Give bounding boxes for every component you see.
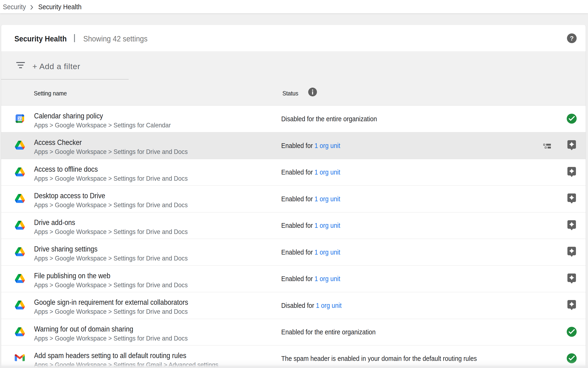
recommendation-icon [567, 220, 576, 230]
breadcrumb-parent[interactable]: Security [3, 3, 26, 11]
setting-app-icon-box [14, 266, 25, 292]
setting-row[interactable]: Desktop access to Drive Apps > Google Wo… [1, 186, 586, 212]
settings-list: 31 Calendar sharing policy Apps > Google… [1, 106, 586, 368]
setting-status: Enabled for the entire organization [281, 319, 386, 345]
org-unit-link[interactable]: 1 org unit [315, 222, 340, 229]
status-info-button[interactable] [308, 88, 317, 97]
filter-bar: + Add a filter [1, 52, 586, 80]
setting-row[interactable]: Google sign-in requirement for external … [1, 292, 586, 319]
setting-row[interactable]: File publishing on the web Apps > Google… [1, 266, 586, 292]
setting-text: Access Checker Apps > Google Workspace >… [34, 138, 201, 156]
info-icon [308, 88, 317, 96]
help-button[interactable]: ? [567, 33, 577, 43]
org-unit-link[interactable]: 1 org unit [315, 248, 340, 256]
status-text: The spam header is enabled in your domai… [281, 355, 477, 362]
title-separator [74, 34, 75, 42]
status-text: Disabled for [281, 302, 316, 309]
drive-icon [15, 274, 25, 283]
status-text: Enabled for [281, 195, 315, 203]
drive-icon [15, 141, 25, 150]
org-unit-link[interactable]: 1 org unit [315, 275, 340, 283]
page-title: Security Health [14, 34, 67, 43]
status-badge[interactable] [567, 140, 577, 150]
status-badge[interactable] [567, 327, 577, 337]
drive-icon [15, 167, 25, 176]
view-details-icon [543, 144, 551, 148]
security-health-card: Security Health Showing 42 settings ? + … [1, 25, 586, 368]
setting-path: Apps > Google Workspace > Settings for D… [34, 334, 188, 343]
setting-status: Enabled for 1 org unit [281, 239, 347, 266]
setting-status: Disabled for the entire organization [281, 106, 388, 132]
setting-status: Enabled for 1 org unit [281, 159, 347, 185]
drive-icon [15, 221, 25, 230]
setting-row[interactable]: Access to offline docs Apps > Google Wor… [1, 159, 586, 186]
org-unit-link[interactable]: 1 org unit [316, 302, 342, 309]
setting-text: File publishing on the web Apps > Google… [34, 271, 201, 290]
breadcrumb: Security Security Health [0, 0, 588, 13]
setting-text: Drive sharing settings Apps > Google Wor… [34, 244, 201, 263]
org-unit-link[interactable]: 1 org unit [315, 142, 340, 149]
setting-row[interactable]: Warning for out of domain sharing Apps >… [1, 319, 586, 346]
setting-path: Apps > Google Workspace > Settings for G… [34, 360, 218, 368]
status-ok-icon [567, 353, 577, 363]
status-badge[interactable] [567, 114, 577, 124]
setting-status: Enabled for 1 org unit [281, 266, 347, 292]
setting-app-icon-box [14, 159, 25, 185]
status-text: Enabled for [281, 222, 315, 229]
recommendation-icon [567, 247, 576, 257]
setting-path: Apps > Google Workspace > Settings for D… [34, 147, 188, 156]
setting-status: Enabled for 1 org unit [281, 212, 347, 239]
setting-app-icon-box [14, 212, 25, 239]
status-text: Disabled for the entire organization [281, 115, 377, 123]
status-badge[interactable] [567, 247, 577, 257]
add-filter-button[interactable]: + Add a filter [32, 62, 80, 71]
setting-row[interactable]: Access Checker Apps > Google Workspace >… [1, 132, 586, 159]
setting-title: Desktop access to Drive [34, 191, 184, 201]
status-text: Enabled for [281, 275, 315, 283]
settings-count: Showing 42 settings [83, 34, 148, 43]
drive-icon [15, 301, 25, 310]
calendar-icon: 31 [15, 114, 25, 123]
recommendation-icon [567, 140, 576, 150]
setting-title: Drive sharing settings [34, 244, 184, 254]
filter-list-icon [15, 62, 26, 68]
setting-status: Enabled for 1 org unit [281, 186, 347, 212]
setting-text: Calendar sharing policy Apps > Google Wo… [34, 111, 183, 130]
setting-text: Google sign-in requirement for external … [34, 297, 205, 316]
setting-row[interactable]: Drive add-ons Apps > Google Workspace > … [1, 212, 586, 239]
setting-app-icon-box [14, 346, 25, 368]
setting-title: File publishing on the web [34, 271, 184, 281]
setting-status: The spam header is enabled in your domai… [281, 346, 499, 368]
status-badge[interactable] [567, 353, 577, 363]
svg-text:?: ? [570, 35, 574, 42]
view-details-button[interactable] [543, 144, 551, 148]
setting-row[interactable]: Add spam headers setting to all default … [1, 346, 586, 368]
org-unit-link[interactable]: 1 org unit [315, 168, 340, 176]
table-header: Setting name Status [1, 80, 586, 106]
setting-app-icon-box [14, 319, 25, 345]
recommendation-icon [567, 193, 576, 203]
setting-path: Apps > Google Workspace > Settings for D… [34, 281, 188, 290]
status-badge[interactable] [567, 274, 577, 284]
setting-status: Disabled for 1 org unit [281, 292, 348, 319]
setting-row[interactable]: 31 Calendar sharing policy Apps > Google… [1, 106, 586, 132]
org-unit-link[interactable]: 1 org unit [315, 195, 340, 203]
chevron-right-icon [30, 5, 33, 10]
status-badge[interactable] [567, 193, 577, 203]
setting-path: Apps > Google Workspace > Settings for D… [34, 307, 192, 316]
status-text: Enabled for [281, 248, 315, 256]
drive-icon [15, 327, 25, 336]
status-badge[interactable] [567, 220, 577, 230]
setting-path: Apps > Google Workspace > Settings for D… [34, 227, 188, 236]
column-status: Status [282, 90, 298, 97]
breadcrumb-current: Security Health [38, 3, 82, 11]
setting-app-icon-box [14, 186, 25, 212]
status-badge[interactable] [567, 167, 577, 177]
setting-row[interactable]: Drive sharing settings Apps > Google Wor… [1, 239, 586, 266]
setting-path: Apps > Google Workspace > Settings for C… [34, 121, 171, 130]
status-badge[interactable] [567, 300, 577, 310]
column-setting-name: Setting name [34, 90, 67, 97]
setting-text: Desktop access to Drive Apps > Google Wo… [34, 191, 201, 210]
status-text: Enabled for [281, 168, 315, 176]
setting-path: Apps > Google Workspace > Settings for D… [34, 201, 188, 210]
